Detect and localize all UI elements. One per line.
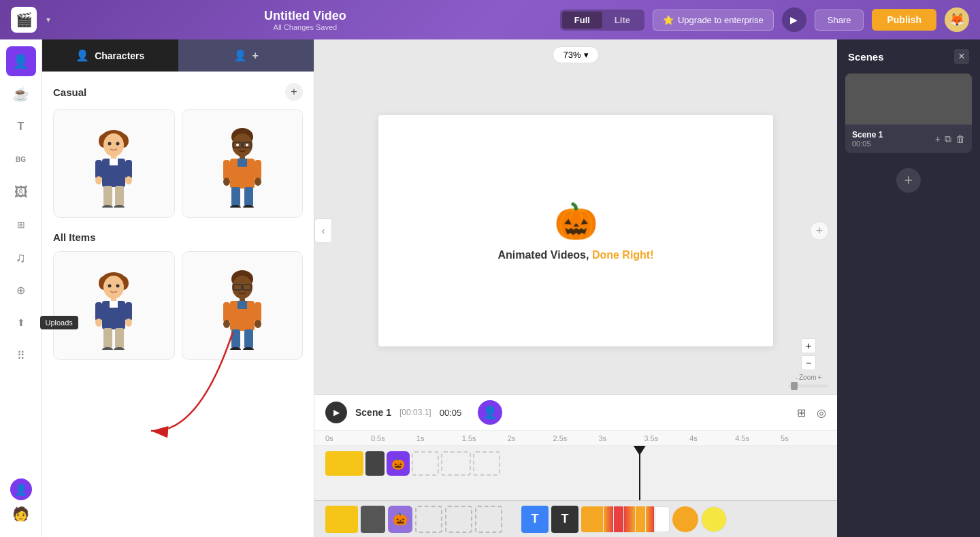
transition-mid-2[interactable] <box>614 506 623 532</box>
sidebar-item-add[interactable]: ⊕ <box>6 275 36 305</box>
save-status: All Changes Saved <box>59 23 552 31</box>
canvas-tagline: Animated Videos, Done Right! <box>497 249 653 261</box>
scene-delete-button[interactable]: 🗑 <box>956 133 965 145</box>
casual-character-grid <box>53 109 303 218</box>
timeline-play-button[interactable]: ▶ <box>325 402 347 423</box>
character-card-3[interactable] <box>53 251 175 360</box>
project-title: Untitled Video <box>59 9 552 23</box>
scene-name-1: Scene 1 <box>852 130 883 140</box>
logo-button[interactable]: 🎬 <box>11 7 37 33</box>
scene-thumbnail-1 <box>845 74 972 125</box>
full-mode-button[interactable]: Full <box>562 12 602 29</box>
scene-add-button[interactable]: + <box>935 133 941 145</box>
character-card-2[interactable] <box>182 109 304 218</box>
zoom-slider-thumb <box>791 382 798 390</box>
timeline-scene-label: Scene 1 <box>355 407 391 418</box>
publish-button[interactable]: Publish <box>872 9 936 31</box>
sidebar-item-characters[interactable]: 👤 <box>6 46 36 76</box>
header: 🎬 ▾ Untitled Video All Changes Saved Ful… <box>0 0 980 39</box>
logo-caret[interactable]: ▾ <box>46 15 50 25</box>
bottom-transition-group <box>581 506 670 532</box>
zoom-minus-label: - <box>796 374 798 381</box>
svg-rect-10 <box>125 160 132 179</box>
casual-add-button[interactable]: + <box>285 83 303 101</box>
transition-right[interactable] <box>655 506 670 532</box>
image-icon: 🖼 <box>14 184 28 200</box>
bottom-asset-text-T-blue[interactable]: T <box>521 506 549 533</box>
bottom-asset-yellow[interactable] <box>325 506 358 533</box>
upload-icon: ⬆ <box>17 317 25 328</box>
tagline-part1: Animated Videos, <box>497 249 591 261</box>
sidebar-item-image[interactable]: 🖼 <box>6 177 36 207</box>
bottom-asset-dark[interactable] <box>361 506 385 533</box>
svg-point-12 <box>125 176 132 184</box>
zoom-plus-button[interactable]: + <box>801 338 816 353</box>
tab-add-character[interactable]: 👤 + <box>178 39 314 71</box>
ruler-1.5s: 1.5s <box>462 434 508 442</box>
asset-dashed-1 <box>412 451 439 476</box>
add-scene-button[interactable]: + <box>896 168 921 193</box>
zoom-dropdown-icon: ▾ <box>584 50 589 60</box>
asset-yellow-block[interactable] <box>325 451 363 476</box>
transition-mid-5[interactable] <box>646 506 654 532</box>
asset-monster-block[interactable]: 🎃 <box>387 451 410 476</box>
add-character-tab-icon: 👤 <box>233 49 247 62</box>
bottom-circle-yellow[interactable] <box>701 506 727 532</box>
sidebar-user-avatar[interactable]: 👤 <box>10 478 32 500</box>
timeline-storyboard-button[interactable]: ⊞ <box>797 406 806 419</box>
svg-point-4 <box>108 142 112 146</box>
preview-play-button[interactable]: ▶ <box>782 7 806 32</box>
upgrade-button[interactable]: ⭐ Upgrade to enterprise <box>653 10 774 31</box>
svg-point-47 <box>125 319 132 327</box>
zoom-slider[interactable] <box>788 385 829 387</box>
sidebar-user-char[interactable]: 🧑 <box>10 503 32 525</box>
transition-mid-1[interactable] <box>604 506 613 532</box>
zoom-minus-button[interactable]: − <box>801 355 816 370</box>
tab-characters[interactable]: 👤 Characters <box>42 39 178 71</box>
bottom-asset-monster[interactable]: 🎃 <box>388 506 412 533</box>
character-card-4[interactable] <box>182 251 304 360</box>
character-card-1[interactable] <box>53 109 175 218</box>
sidebar-item-grid[interactable]: ⠿ <box>6 340 36 370</box>
svg-rect-44 <box>95 302 102 321</box>
scene-footer-1: Scene 1 00:05 + ⧉ 🗑 <box>845 125 972 153</box>
character-svg-2 <box>218 119 266 208</box>
svg-point-63 <box>255 320 261 328</box>
sidebar-item-storyboard[interactable]: ⊞ <box>6 210 36 240</box>
sidebar-item-text[interactable]: T <box>6 112 36 142</box>
svg-point-22 <box>236 144 239 146</box>
asset-dashed-2 <box>441 451 471 476</box>
user-avatar-header[interactable]: 🦊 <box>945 7 969 32</box>
coffee-icon: ☕ <box>12 86 29 102</box>
view-toggle: Full Lite <box>560 10 644 31</box>
sidebar-item-uploads[interactable]: ⬆ Uploads <box>6 308 36 338</box>
transition-left[interactable] <box>581 506 603 532</box>
sidebar-item-bg[interactable]: BG <box>6 144 36 174</box>
scene-card-1[interactable]: Scene 1 00:05 + ⧉ 🗑 <box>845 74 972 153</box>
bottom-asset-text-T-dark[interactable]: T <box>551 506 578 533</box>
collapse-panel-button[interactable]: ‹ <box>314 218 332 243</box>
asset-dark-block[interactable] <box>365 451 385 476</box>
sidebar-item-music[interactable]: ♫ <box>6 242 36 272</box>
zoom-control[interactable]: 73% ▾ <box>553 46 598 63</box>
svg-rect-48 <box>103 328 112 348</box>
character-svg-4 <box>218 261 266 350</box>
transition-mid-4[interactable] <box>636 506 645 532</box>
share-button[interactable]: Share <box>815 10 864 31</box>
timeline-camera-button[interactable]: ◎ <box>817 406 826 419</box>
zoom-controls: + − - Zoom + <box>788 338 829 387</box>
character-figure-3 <box>90 261 137 350</box>
svg-rect-43 <box>110 301 118 308</box>
svg-point-40 <box>116 284 120 288</box>
scene-copy-button[interactable]: ⧉ <box>945 133 951 145</box>
timeline-track-area[interactable]: 🎃 <box>314 446 837 500</box>
lite-mode-button[interactable]: Lite <box>602 12 642 29</box>
svg-rect-49 <box>115 328 124 348</box>
sidebar-item-coffee[interactable]: ☕ <box>6 79 36 109</box>
svg-point-29 <box>223 178 230 186</box>
add-right-button[interactable]: + <box>810 221 829 240</box>
bottom-circle-orange[interactable] <box>672 506 698 532</box>
scenes-close-button[interactable]: × <box>954 49 969 64</box>
svg-rect-14 <box>115 186 124 206</box>
transition-mid-3[interactable] <box>624 506 635 532</box>
